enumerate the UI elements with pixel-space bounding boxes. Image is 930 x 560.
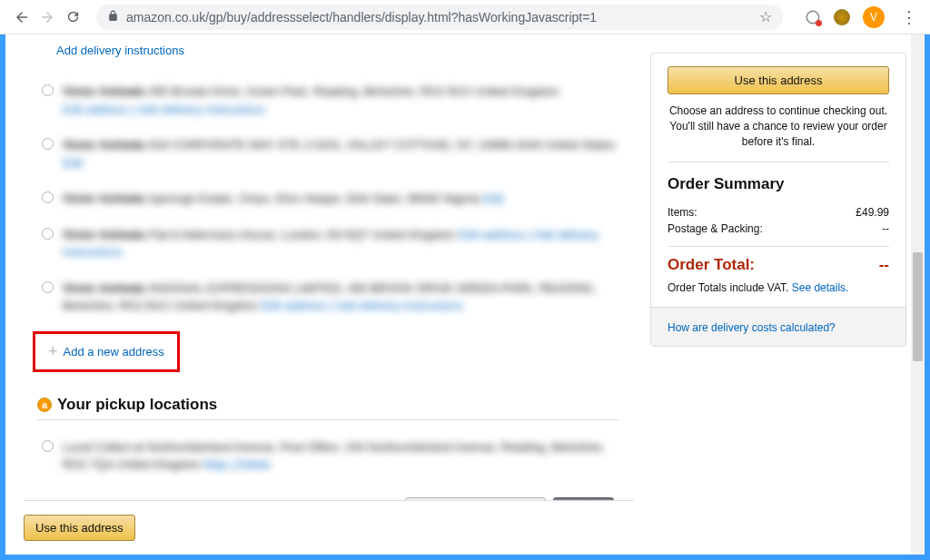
radio-icon[interactable] [42,281,54,293]
order-summary-title: Order Summary [668,175,889,193]
reload-button[interactable] [60,5,85,30]
pickup-header: a Your pickup locations [37,396,618,420]
add-delivery-instructions-link[interactable]: Add delivery instructions [56,44,632,57]
order-total-row: Order Total: -- [668,246,889,274]
address-item[interactable]: Victor Ashiedu INSIGNAL EXPRESSIONS LIMI… [24,274,632,328]
postage-value: -- [882,222,889,235]
radio-icon[interactable] [42,228,54,240]
address-item[interactable]: Victor Ashiedu 618 CORPORATE WAY STE 2-0… [24,131,632,184]
add-new-address-button[interactable]: + Add a new address [33,331,180,372]
amazon-badge-icon: a [37,398,52,412]
radio-icon[interactable] [42,84,54,96]
address-list-column: Add delivery instructions Victor Ashiedu… [24,34,650,555]
pickup-title: Your pickup locations [57,396,217,414]
delivery-costs-link[interactable]: How are delivery costs calculated? [668,321,836,334]
address-item[interactable]: Victor Ashiedu Flat 6 Aldermans House, L… [24,221,632,274]
star-icon[interactable]: ☆ [759,8,772,25]
extension-icons: V ⋮ [805,6,921,28]
sidebar-note: Choose an address to continue checking o… [668,103,889,149]
url-bar[interactable]: amazon.co.uk/gp/buy/addressselect/handle… [96,5,783,30]
menu-button[interactable]: ⋮ [897,7,921,27]
items-value: £49.99 [856,206,889,219]
order-total-label: Order Total: [668,256,755,274]
radio-icon[interactable] [42,192,54,203]
see-details-link[interactable]: See details. [792,281,849,294]
address-item[interactable]: Victor Ashiedu Ajaronge Estate, Oniyo, E… [24,184,632,221]
url-text: amazon.co.uk/gp/buy/addressselect/handle… [126,10,759,25]
order-summary-sidebar: Use this address Choose an address to co… [650,34,906,555]
use-this-address-button[interactable]: Use this address [668,66,889,94]
browser-toolbar: amazon.co.uk/gp/buy/addressselect/handle… [0,0,930,34]
radio-icon[interactable] [42,440,54,452]
use-this-address-button[interactable]: Use this address [24,515,135,541]
plus-icon: + [48,342,58,361]
extension-1-icon[interactable] [805,9,821,25]
address-item[interactable]: Victor Ashiedu 450 Brooke Drive, Green P… [24,77,632,131]
pickup-location-item[interactable]: Local Collect at Northumberland Avenue, … [24,429,632,486]
order-total-value: -- [879,256,889,274]
add-new-address-label: Add a new address [64,345,164,359]
postage-row: Postage & Packing: -- [668,222,889,235]
postage-label: Postage & Packing: [668,222,763,235]
lock-icon [107,10,119,25]
scrollbar[interactable] [911,34,925,555]
forward-button[interactable] [35,5,60,30]
vat-text: Order Totals include VAT. See details. [668,281,889,294]
page-content: Add delivery instructions Victor Ashiedu… [5,34,925,555]
profile-avatar[interactable]: V [863,6,885,28]
radio-icon[interactable] [42,138,54,150]
items-label: Items: [668,206,698,219]
scrollbar-thumb[interactable] [913,252,923,361]
extension-2-icon[interactable] [834,9,850,25]
bottom-actions: Use this address [24,500,634,555]
items-row: Items: £49.99 [668,206,889,219]
back-button[interactable] [9,5,35,30]
